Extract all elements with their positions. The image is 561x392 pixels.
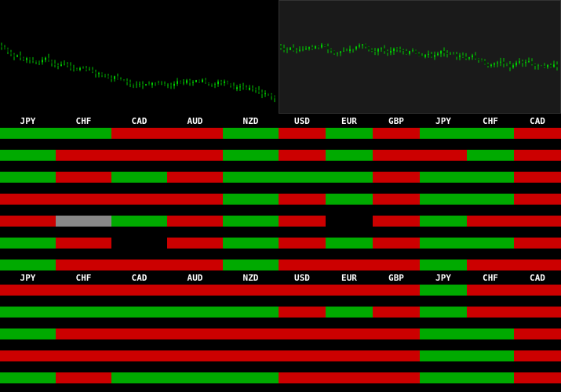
- header-cad-2: CAD: [111, 270, 167, 285]
- header-chf-2r: CHF: [467, 270, 514, 285]
- header-cad-1: CAD: [111, 114, 167, 128]
- header-aud-1: AUD: [167, 114, 223, 128]
- header-row-1-right: USD EUR GBP JPY CHF CAD: [279, 114, 561, 128]
- header-jpy-2: JPY: [0, 270, 56, 285]
- header-eur-1: EUR: [326, 114, 373, 128]
- chart-area: [0, 0, 561, 114]
- header-row-1-left: JPY CHF CAD AUD NZD: [0, 114, 279, 128]
- header-gbp-1: GBP: [373, 114, 420, 128]
- header-jpy-1: JPY: [0, 114, 56, 128]
- header-gbp-2: GBP: [373, 270, 420, 285]
- chart-left: [0, 0, 279, 114]
- grid-half-right-1: USD EUR GBP JPY CHF CAD: [279, 114, 561, 270]
- header-row-2-left: JPY CHF CAD AUD NZD: [0, 270, 279, 285]
- header-usd-1: USD: [279, 114, 326, 128]
- header-aud-2: AUD: [167, 270, 223, 285]
- header-row-2-right: USD EUR GBP JPY CHF CAD: [279, 270, 561, 285]
- grid-half-right-2: USD EUR GBP JPY CHF CAD: [279, 270, 561, 392]
- header-cad-2r: CAD: [514, 270, 561, 285]
- chart-right: [279, 0, 561, 114]
- header-chf-1r: CHF: [467, 114, 514, 128]
- header-nzd-1: NZD: [223, 114, 279, 128]
- rows-1-right: [279, 128, 561, 270]
- header-usd-2: USD: [279, 270, 326, 285]
- header-eur-2: EUR: [326, 270, 373, 285]
- header-jpy-2r: JPY: [420, 270, 467, 285]
- header-cad-1r: CAD: [514, 114, 561, 128]
- grid-section-2: JPY CHF CAD AUD NZD USD EUR GBP JPY: [0, 270, 561, 392]
- grid-half-left-2: JPY CHF CAD AUD NZD: [0, 270, 279, 392]
- header-nzd-2: NZD: [223, 270, 279, 285]
- grid-section-1: JPY CHF CAD AUD NZD USD EUR GBP JPY: [0, 114, 561, 270]
- rows-1-left: [0, 128, 279, 270]
- header-chf-2: CHF: [56, 270, 111, 285]
- grid-half-left-1: JPY CHF CAD AUD NZD: [0, 114, 279, 270]
- header-jpy-1r: JPY: [420, 114, 467, 128]
- rows-2-left: [0, 285, 279, 392]
- header-chf-1: CHF: [56, 114, 111, 128]
- rows-2-right: [279, 285, 561, 392]
